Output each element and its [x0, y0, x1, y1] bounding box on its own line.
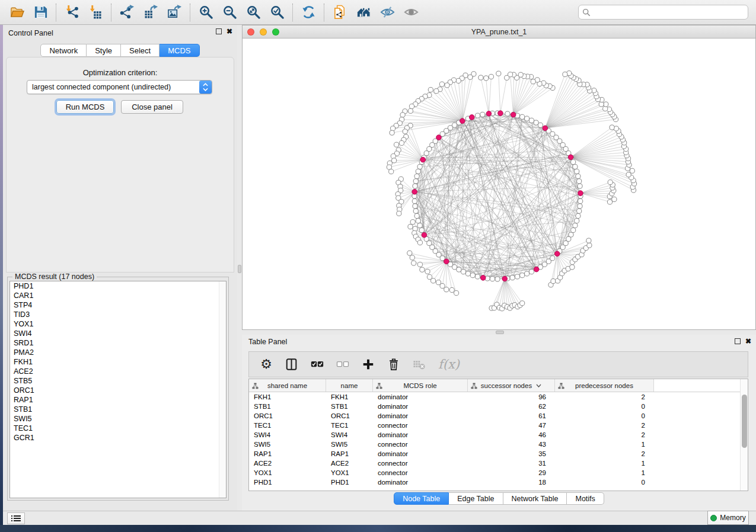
mcds-result-item[interactable]: SWI5	[10, 414, 226, 424]
deselect-all-columns-button[interactable]	[335, 355, 350, 373]
cell-blank	[654, 449, 740, 459]
tab-network[interactable]: Network	[40, 44, 87, 57]
mcds-result-item[interactable]: STP4	[10, 300, 226, 310]
open-file-button[interactable]	[5, 2, 28, 23]
cell-predecessor-nodes: 1	[555, 440, 654, 449]
import-table-button[interactable]	[84, 2, 107, 23]
column-header-shared-name[interactable]: shared name	[249, 379, 326, 392]
export-table-button[interactable]	[139, 2, 162, 23]
table-row[interactable]: PHD1PHD1dominator180	[249, 477, 740, 487]
mcds-result-item[interactable]: PHD1	[10, 281, 226, 291]
cell-successor-nodes: 35	[468, 449, 555, 459]
splitter-grip[interactable]	[238, 265, 241, 273]
table-row[interactable]: ACE2ACE2connector311	[249, 459, 740, 468]
mcds-result-item[interactable]: ACE2	[10, 367, 226, 376]
table-scrollbar[interactable]	[740, 379, 748, 491]
memory-button[interactable]: Memory	[707, 511, 749, 525]
table-row[interactable]: FKH1FKH1dominator962	[249, 392, 740, 402]
table-row[interactable]: YOX1YOX1connector291	[249, 468, 740, 477]
close-panel-icon[interactable]: ✖	[745, 338, 751, 344]
scrollbar-thumb[interactable]	[742, 395, 747, 448]
mcds-result-item[interactable]: CAR1	[10, 291, 226, 300]
toolbar-group	[5, 2, 52, 23]
vertical-splitter[interactable]	[237, 25, 242, 511]
export-image-button[interactable]	[162, 2, 186, 23]
table-row[interactable]: SWI4SWI4dominator462	[249, 430, 740, 440]
save-session-button[interactable]	[28, 2, 52, 23]
tab-select[interactable]: Select	[121, 44, 160, 57]
mcds-result-item[interactable]: PMA2	[10, 348, 226, 357]
mcds-result-list[interactable]: PHD1CAR1STP4TID3YOX1SWI4SRD1PMA2FKH1ACE2…	[9, 281, 227, 498]
table-row[interactable]: RAP1RAP1dominator352	[249, 449, 740, 459]
tab-motifs[interactable]: Motifs	[567, 492, 604, 505]
network-window-titlebar[interactable]: YPA_prune.txt_1	[243, 25, 755, 39]
tab-edge-table[interactable]: Edge Table	[449, 492, 503, 505]
splitter-grip[interactable]	[496, 331, 504, 334]
task-history-button[interactable]	[7, 512, 25, 524]
run-mcds-button[interactable]: Run MCDS	[56, 100, 114, 114]
column-label: shared name	[267, 382, 307, 389]
export-network-button[interactable]	[115, 2, 139, 23]
table-row[interactable]: ORC1ORC1dominator610	[249, 411, 740, 421]
optimization-criterion-select[interactable]: largest connected component (undirected)	[27, 80, 212, 94]
close-panel-button[interactable]: Close panel	[121, 100, 183, 114]
table-settings-button[interactable]: ⚙	[259, 355, 274, 373]
column-header-successor-nodes[interactable]: successor nodes	[468, 379, 555, 392]
refresh-layout-icon	[301, 5, 316, 20]
cell-predecessor-nodes: 1	[555, 468, 654, 477]
table-row[interactable]: SWI5SWI5connector431	[249, 440, 740, 449]
search-input[interactable]	[591, 7, 748, 18]
column-header-predecessor-nodes[interactable]: predecessor nodes	[555, 379, 654, 392]
export-table-icon	[143, 5, 158, 20]
zoom-selected-button[interactable]	[265, 2, 289, 23]
mcds-result-item[interactable]: GCR1	[10, 433, 226, 443]
cell-MCDS-role: connector	[373, 440, 468, 449]
select-all-columns-icon	[311, 358, 324, 371]
eye-slash-button[interactable]	[375, 2, 399, 23]
table-row[interactable]: STB1STB1dominator620	[249, 402, 740, 411]
column-header-name[interactable]: name	[326, 379, 373, 392]
network-canvas[interactable]	[243, 39, 755, 329]
zoom-out-button[interactable]	[218, 2, 241, 23]
mcds-result-item[interactable]: RAP1	[10, 395, 226, 405]
document-network-button[interactable]	[328, 2, 352, 23]
mcds-result-item[interactable]: TEC1	[10, 424, 226, 433]
cell-successor-nodes: 29	[468, 468, 555, 477]
horizontal-splitter[interactable]	[242, 330, 756, 335]
mcds-result-item[interactable]: FKH1	[10, 357, 226, 367]
mcds-result-item[interactable]: STB1	[10, 405, 226, 414]
zoom-in-button[interactable]	[194, 2, 218, 23]
mcds-result-item[interactable]: ORC1	[10, 386, 226, 395]
column-header-MCDS-role[interactable]: MCDS role	[373, 379, 468, 392]
import-network-button[interactable]	[60, 2, 84, 23]
create-column-button[interactable]	[361, 355, 376, 373]
table-row[interactable]: TEC1TEC1connector472	[249, 421, 740, 430]
float-panel-icon[interactable]	[735, 338, 741, 344]
tab-node-table[interactable]: Node Table	[394, 492, 449, 505]
mcds-result-item[interactable]: YOX1	[10, 319, 226, 329]
delete-columns-button[interactable]	[386, 355, 401, 373]
tab-style[interactable]: Style	[87, 44, 121, 57]
delete-table-button	[412, 355, 427, 373]
mcds-result-item[interactable]: TID3	[10, 310, 226, 319]
mcds-result-item[interactable]: STB5	[10, 376, 226, 386]
mcds-list-scrollbar[interactable]	[219, 281, 226, 498]
eye-button[interactable]	[399, 2, 423, 23]
houses-button[interactable]	[352, 2, 375, 23]
float-panel-icon[interactable]	[216, 28, 222, 34]
zoom-fit-button[interactable]	[241, 2, 265, 23]
select-stepper-icon	[199, 81, 212, 94]
refresh-layout-button[interactable]	[296, 2, 320, 23]
mcds-result-item[interactable]: SWI4	[10, 329, 226, 338]
cell-predecessor-nodes: 2	[555, 430, 654, 440]
table-panel: Table Panel ✖ ⚙f(x) shared namenameMCDS …	[242, 335, 756, 511]
show-columns-button[interactable]	[284, 355, 299, 373]
select-all-columns-button[interactable]	[310, 355, 325, 373]
mcds-result-item[interactable]: SRD1	[10, 338, 226, 348]
tab-mcds[interactable]: MCDS	[160, 44, 199, 57]
close-panel-icon[interactable]: ✖	[227, 28, 232, 34]
tab-network-table[interactable]: Network Table	[503, 492, 567, 505]
toolbar-group	[60, 2, 107, 23]
cell-name: SWI4	[326, 430, 373, 440]
search-box[interactable]	[578, 5, 748, 20]
